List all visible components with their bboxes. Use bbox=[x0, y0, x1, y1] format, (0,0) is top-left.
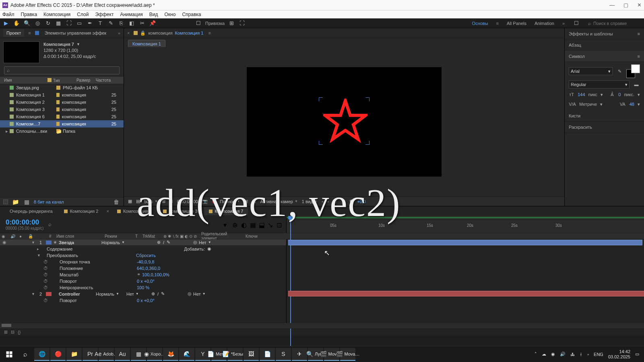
taskbar-app[interactable]: 📄 bbox=[260, 348, 275, 361]
interpret-icon[interactable] bbox=[3, 200, 8, 204]
menu-file[interactable]: Файл bbox=[2, 12, 14, 17]
tl-icon-1[interactable]: ▾ bbox=[223, 221, 230, 228]
opacity-value[interactable]: 100 % bbox=[137, 285, 149, 290]
folder-icon[interactable]: 📁 bbox=[11, 198, 19, 206]
selection-tool-icon[interactable]: ▶ bbox=[2, 20, 10, 27]
project-tab[interactable]: Проект bbox=[3, 29, 24, 37]
viewer-close-icon[interactable]: × bbox=[127, 31, 130, 35]
snap-toggle-icon[interactable]: ☐ bbox=[195, 20, 202, 27]
prop-rotation[interactable]: Поворот bbox=[48, 298, 91, 303]
tray-onedrive-icon[interactable]: ☁ bbox=[542, 352, 546, 357]
stopwatch-icon[interactable]: ⏱ bbox=[43, 259, 48, 264]
trash-icon[interactable]: 🗑 bbox=[112, 198, 120, 206]
stopwatch-icon[interactable]: ⏱ bbox=[43, 285, 48, 290]
viewer-3d-icon[interactable]: ⬚ bbox=[341, 199, 345, 204]
prop-contents[interactable]: Содержание bbox=[41, 247, 84, 251]
menu-window[interactable]: Окно bbox=[164, 12, 175, 17]
composition-canvas[interactable] bbox=[247, 67, 442, 177]
stroke-icon[interactable]: ▬ bbox=[633, 81, 640, 88]
viewer-grid-icon[interactable]: ⊟ bbox=[169, 199, 173, 204]
prop-opacity[interactable]: Непрозрачность bbox=[48, 285, 91, 290]
project-item[interactable]: Композиция 3композиция25 bbox=[0, 106, 124, 113]
roto-tool-icon[interactable]: ✂ bbox=[138, 20, 146, 27]
layer-row[interactable]: ▼ 2 Controller Нормаль▼ Нет▼ ⊕/✎ ◎Нет▼ bbox=[0, 291, 286, 297]
tray-volume-icon[interactable]: 🔊 bbox=[560, 352, 566, 357]
snap-opt2-icon[interactable]: ⛶ bbox=[238, 20, 246, 27]
help-search-input[interactable] bbox=[593, 21, 642, 26]
twirl-icon[interactable]: ▼ bbox=[31, 292, 35, 296]
mask-tool-icon[interactable]: ▭ bbox=[76, 20, 83, 27]
parent-pickwhip-icon[interactable]: ◎ bbox=[188, 291, 192, 296]
viewer-px-icon[interactable]: ▫ bbox=[322, 199, 323, 204]
project-item[interactable]: Компози…7композиция25 bbox=[0, 120, 124, 128]
stopwatch-icon[interactable]: ⏱ bbox=[43, 272, 48, 277]
sw-fx-icon[interactable]: ✎ bbox=[161, 291, 165, 296]
exposure-value[interactable]: +0,0 bbox=[357, 199, 366, 204]
maximize-button[interactable]: ▢ bbox=[623, 2, 628, 8]
sw-shy-icon[interactable]: ⊕ bbox=[157, 240, 161, 245]
quality-dropdown[interactable]: Полное bbox=[220, 199, 235, 204]
viewer-fast-icon[interactable]: ▫ bbox=[327, 199, 329, 204]
taskbar-app[interactable]: AeAdob… bbox=[99, 348, 114, 361]
viewer-region-icon[interactable]: ▣ bbox=[244, 199, 248, 204]
prop-scale[interactable]: Масштаб bbox=[48, 272, 91, 277]
prop-anchor[interactable]: Опорная точка bbox=[48, 259, 91, 264]
visibility-toggle-icon[interactable]: ◉ bbox=[0, 240, 9, 245]
prop-transform[interactable]: Преобразовать bbox=[41, 253, 84, 258]
workspace-animation[interactable]: Animation bbox=[535, 21, 554, 26]
sync-icon[interactable]: ☐ bbox=[573, 20, 580, 27]
project-search-input[interactable]: ⌕ bbox=[4, 66, 120, 74]
reset-link[interactable]: Сбросить bbox=[136, 253, 156, 258]
blend-mode-dropdown[interactable]: Нормаль bbox=[96, 292, 114, 296]
comp-title-dropdown-icon[interactable]: ▼ bbox=[76, 42, 80, 47]
tl-icon-4[interactable]: ▦ bbox=[250, 221, 256, 228]
views-dropdown[interactable]: 1 вид bbox=[302, 199, 313, 204]
brush-tool-icon[interactable]: ✎ bbox=[107, 20, 114, 27]
orbit-tool-icon[interactable]: ◎ bbox=[34, 20, 41, 27]
effect-controls-tab[interactable]: Элементы управления эффек bbox=[45, 31, 107, 35]
text-tool-icon[interactable]: T bbox=[97, 20, 104, 27]
tray-battery-icon[interactable]: ▫ bbox=[587, 352, 589, 357]
tray-notifications-icon[interactable]: ▭ bbox=[635, 352, 639, 357]
viewer-timecode[interactable]: 0:00:00:00 bbox=[177, 199, 198, 204]
hand-tool-icon[interactable]: ✋ bbox=[13, 20, 20, 27]
close-button[interactable]: ✕ bbox=[637, 2, 642, 8]
project-item[interactable]: ▸Сплошны…вки📁Папка bbox=[0, 128, 124, 135]
sw-fx-icon[interactable]: ✎ bbox=[167, 240, 170, 245]
fontsize-value[interactable]: 144 bbox=[578, 92, 585, 97]
taskbar-app[interactable]: 🦊 bbox=[163, 348, 178, 361]
position-value[interactable]: 640,0,360,0 bbox=[137, 266, 160, 271]
tray-language[interactable]: ENG bbox=[594, 352, 603, 357]
rotation-value[interactable]: 0 x +0,0° bbox=[137, 298, 155, 303]
kerning-value[interactable]: Метриче bbox=[579, 102, 597, 107]
sw-shy-icon[interactable]: ⊕ bbox=[151, 291, 155, 296]
twirl-icon[interactable]: ▼ bbox=[31, 241, 35, 245]
anchor-value[interactable]: -40,0,9,8 bbox=[137, 259, 154, 264]
taskbar-app[interactable]: ✈ bbox=[292, 348, 307, 361]
viewer-time-icon[interactable]: ⏱ bbox=[333, 199, 337, 204]
snap-opt1-icon[interactable]: ⊞ bbox=[228, 20, 235, 27]
current-timecode[interactable]: 0:00:00:00 bbox=[6, 219, 43, 226]
tl-icon-5[interactable]: ⬓ bbox=[259, 221, 265, 228]
stopwatch-icon[interactable]: ⏱ bbox=[43, 279, 48, 284]
menu-help[interactable]: Справка bbox=[182, 12, 201, 17]
timeline-navigator[interactable] bbox=[0, 323, 644, 329]
tl-tab-comp1[interactable]: Композиция 1 bbox=[112, 207, 157, 215]
puppet-tool-icon[interactable]: 📌 bbox=[149, 20, 156, 27]
effects-templates-panel[interactable]: Эффекты и шаблоны≡ bbox=[565, 28, 644, 39]
twirl-icon[interactable]: ▸ bbox=[37, 247, 41, 251]
star-shape[interactable] bbox=[323, 99, 367, 143]
taskbar-clock[interactable]: 14:4203.02.2025 bbox=[608, 349, 630, 359]
panbehind-tool-icon[interactable]: ⛶ bbox=[65, 20, 72, 27]
timeline-search-icon[interactable]: ⌕ bbox=[48, 221, 55, 228]
workspace-basics[interactable]: Основы bbox=[472, 21, 488, 26]
project-item[interactable]: Композиция 2композиция25 bbox=[0, 99, 124, 106]
taskbar-app[interactable]: 🌊 bbox=[179, 348, 194, 361]
tab-close-icon[interactable]: × bbox=[105, 209, 111, 214]
pen-tool-icon[interactable]: ✒ bbox=[86, 20, 93, 27]
timeline-track-area[interactable] bbox=[287, 239, 644, 323]
taskbar-app[interactable]: 🔴 bbox=[50, 348, 66, 361]
menu-layer[interactable]: Слой bbox=[77, 12, 89, 17]
layer-color-swatch[interactable] bbox=[46, 241, 52, 245]
new-comp-icon[interactable]: ▦ bbox=[23, 198, 31, 206]
